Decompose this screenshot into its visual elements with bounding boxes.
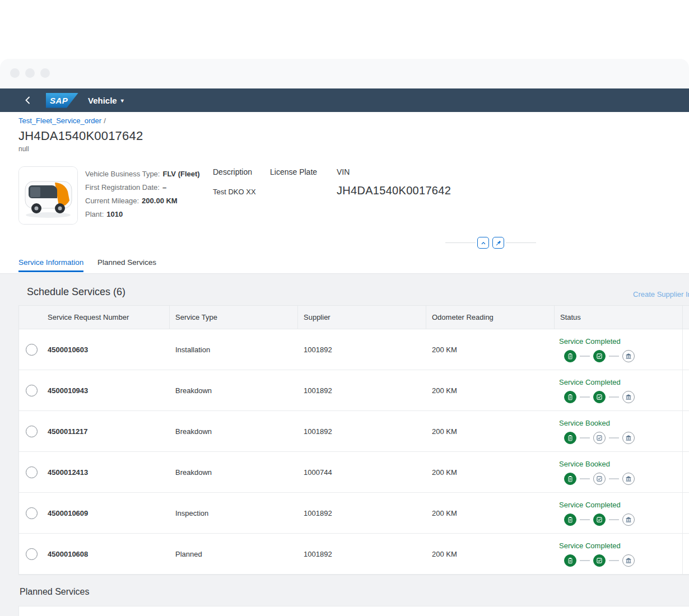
breadcrumb-link[interactable]: Test_Fleet_Service_order [18,116,101,125]
breadcrumb-separator: / [104,116,106,125]
supplier-cell: 1001892 [298,493,426,533]
app-title-dropdown[interactable]: Vehicle ▾ [88,96,124,105]
status-progress [564,473,635,485]
supplier-cell: 1001892 [298,370,426,410]
extra-cell [683,329,689,370]
odometer-cell: 200 KM [426,452,555,492]
supplier-cell: 1000744 [298,452,426,492]
tab-service-information[interactable]: Service Information [18,258,83,272]
status-progress [564,391,635,403]
field-label: Current Mileage: [85,197,139,205]
progress-connector [609,437,619,438]
supplier: 1001892 [304,427,332,436]
progress-connector [580,519,590,520]
description-value: Test DKO XX [213,188,256,196]
sap-logo-text: SAP [50,96,68,105]
chevron-left-icon [24,96,32,105]
request-cell: 4500010603 [19,329,170,370]
service-type: Breakdown [175,386,212,395]
sap-logo[interactable]: SAP [46,93,78,108]
column-header-extra [683,306,689,329]
app-screen: SAP Vehicle ▾ Test_Fleet_Service_order/ … [0,0,689,616]
shell-bar: SAP Vehicle ▾ [0,88,689,112]
status-progress [564,554,635,567]
service-request-number: 4500010943 [48,386,88,395]
status-text: Service Completed [559,542,621,550]
progress-connector [609,396,619,398]
description-label: Description [213,167,256,177]
row-select-radio[interactable] [26,344,38,356]
service-confirmation-step-icon [593,554,606,567]
service-confirmation-step-icon [593,350,606,362]
service-type: Breakdown [175,427,212,436]
supplier-cell: 1001892 [298,411,426,451]
service-type: Planned [175,550,202,558]
row-select-radio[interactable] [26,385,38,396]
table-row: 4500011217 Breakdown 1001892 200 KM Serv… [19,411,689,452]
service-type-cell: Breakdown [170,452,298,492]
back-button[interactable] [20,92,36,108]
odometer-cell: 200 KM [426,411,555,451]
status-progress [564,432,635,444]
progress-connector [580,478,590,479]
field-value: – [162,183,166,192]
service-request-step-icon [564,391,576,403]
service-type: Inspection [175,509,208,517]
supplier: 1000744 [304,468,332,477]
extra-cell [683,534,689,574]
vin-group: VIN JH4DA1540K0017642 [337,167,451,197]
divider [445,242,476,243]
extra-cell [683,370,689,410]
vin-label: VIN [337,167,451,177]
progress-connector [580,356,590,357]
service-confirmation-step-icon [593,473,606,485]
odometer-reading: 200 KM [432,468,457,477]
tab-planned-services[interactable]: Planned Services [97,258,156,267]
table-header-row: Service Request Number Service Type Supp… [19,306,689,329]
row-select-radio[interactable] [26,507,38,519]
field-label: First Registration Date: [85,183,160,192]
supplier-invoice-step-icon [622,473,635,485]
progress-connector [609,519,619,520]
supplier-cell: 1001892 [298,329,426,370]
status-cell: Service Booked [555,411,683,451]
service-request-step-icon [564,514,576,526]
extra-cell [683,411,689,451]
column-header-supplier: Supplier [298,306,426,329]
request-cell: 4500011217 [19,411,170,451]
breadcrumb: Test_Fleet_Service_order/ [18,116,106,125]
odometer-cell: 200 KM [426,493,555,533]
service-confirmation-step-icon [593,432,606,444]
window-dot-icon [25,68,35,78]
status-cell: Service Completed [555,329,683,370]
service-request-step-icon [564,350,576,362]
license-plate-label: License Plate [270,167,317,177]
service-type: Installation [175,346,210,354]
request-cell: 4500012413 [19,452,170,492]
extra-cell [683,493,689,533]
row-select-radio[interactable] [26,426,38,437]
table-row: 4500010943 Breakdown 1001892 200 KM Serv… [19,370,689,411]
chevron-down-icon: ▾ [121,97,124,104]
row-select-radio[interactable] [26,466,38,478]
status-text: Service Completed [559,501,621,509]
collapse-header-button[interactable] [477,237,489,249]
page-subtitle: null [18,145,29,153]
request-cell: 4500010609 [19,493,170,533]
status-cell: Service Completed [555,370,683,410]
field-label: Vehicle Business Type: [85,170,160,178]
row-select-radio[interactable] [26,548,38,560]
schedule-services-table: Service Request Number Service Type Supp… [18,305,689,575]
request-cell: 4500010943 [19,370,170,410]
service-request-number: 4500011217 [48,427,88,436]
odometer-cell: 200 KM [426,329,555,370]
pin-header-button[interactable] [492,237,504,249]
create-supplier-invoice-link[interactable]: Create Supplier Invoice [633,290,689,298]
odometer-reading: 200 KM [432,427,457,436]
status-cell: Service Booked [555,452,683,492]
vin-value: JH4DA1540K0017642 [337,184,451,197]
service-type-cell: Breakdown [170,411,298,451]
supplier-invoice-step-icon [622,391,635,403]
field-value: 200.00 KM [142,197,178,205]
odometer-reading: 200 KM [432,386,457,395]
